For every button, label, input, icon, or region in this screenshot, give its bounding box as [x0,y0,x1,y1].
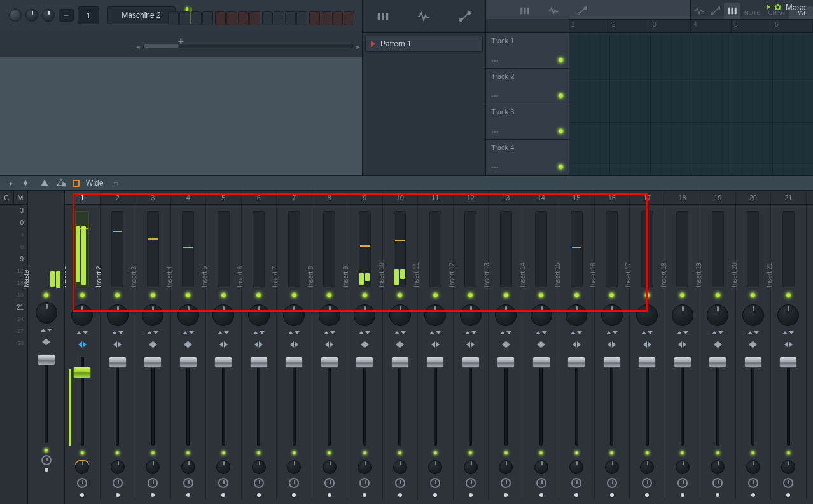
track-header[interactable]: Track 4••• [486,140,569,175]
stereo-sep[interactable] [242,341,277,350]
fx-slot-icon[interactable] [536,478,546,488]
picker-audio-icon[interactable] [417,10,431,24]
pan-knob[interactable] [283,304,305,326]
fader[interactable] [700,354,735,449]
mute-led[interactable] [150,292,156,298]
dock-dot[interactable] [681,493,684,497]
pan-knob[interactable] [142,304,163,326]
fx-slot-icon[interactable] [359,478,370,488]
playlist-ruler[interactable]: 123456 [569,19,813,33]
track-grid[interactable] [569,33,813,175]
layout-toggle-icon[interactable]: ⇆ [113,180,118,187]
pan-knob[interactable] [424,304,446,326]
pan-knob[interactable] [566,304,587,326]
stereo-sep[interactable] [277,341,312,350]
meter[interactable]: Insert 18 [665,205,700,290]
pan-knob[interactable] [36,302,57,324]
stereo-sep[interactable] [559,341,594,350]
meter[interactable]: Insert 15 [559,205,594,290]
pan-knob[interactable] [495,304,517,326]
dock-dot[interactable] [469,493,473,497]
meter[interactable]: Insert 1 [65,205,100,290]
fx-toggle[interactable] [171,331,206,339]
send-enable-led[interactable] [221,451,226,455]
channel-vol-knob[interactable] [42,9,55,22]
send-knob[interactable] [605,460,619,474]
meter[interactable]: Insert 3 [136,205,170,290]
pan-knob[interactable] [319,304,340,326]
fader[interactable] [418,354,453,449]
meter[interactable]: Insert 12 [454,205,489,290]
track-number[interactable]: 10 [383,191,419,204]
fx-toggle[interactable] [277,331,312,339]
master-fader[interactable] [28,351,64,447]
fader[interactable] [736,354,771,449]
send-enable-led[interactable] [468,451,473,455]
dock-dot[interactable] [574,493,578,497]
track-number[interactable]: 14 [524,191,560,204]
track-header[interactable]: Track 1••• [486,33,569,69]
send-enable-led[interactable] [751,451,755,455]
fader[interactable] [454,354,489,449]
stereo-sep[interactable] [700,341,735,350]
fx-toggle[interactable] [312,331,347,339]
fader[interactable] [630,354,665,449]
track-number[interactable]: 13 [489,191,524,204]
fader[interactable] [771,354,806,449]
fx-toggle[interactable] [65,331,100,339]
fx-slot-icon[interactable] [289,478,299,488]
playlist-tab-pattern-icon[interactable] [510,3,539,19]
send-enable-led[interactable] [574,451,579,455]
send-knob[interactable] [393,460,407,474]
send-enable-led[interactable] [716,451,720,455]
fx-slot-icon[interactable] [501,478,511,488]
fx-slot-icon[interactable] [41,455,52,465]
meter[interactable]: Insert 10 [383,205,418,290]
fx-toggle[interactable] [101,331,136,339]
stereo-sep[interactable] [65,341,100,350]
fx-slot-icon[interactable] [466,478,476,488]
fader[interactable] [277,354,312,449]
play-icon[interactable] [767,4,770,10]
mute-led[interactable] [786,292,791,298]
fx-slot-icon[interactable] [254,478,264,488]
send-knob[interactable] [676,460,690,474]
pan-knob[interactable] [531,304,552,326]
pan-knob[interactable] [177,304,199,326]
mute-led[interactable] [644,292,650,298]
dock-dot[interactable] [80,493,84,497]
stereo-sep[interactable] [171,341,206,350]
channel-pan-knob[interactable] [25,9,38,22]
track-number[interactable]: 8 [312,191,348,204]
mode-automation-icon[interactable] [707,3,724,19]
fx-slot-icon[interactable] [77,478,87,488]
picker-pattern-icon[interactable] [376,10,390,24]
meter[interactable]: Insert 7 [277,205,312,290]
send-knob[interactable] [181,460,195,474]
track-number[interactable]: 20 [736,191,772,204]
send-knob[interactable] [252,460,266,474]
send-enable-led[interactable] [433,451,438,455]
send-enable-led[interactable] [504,451,508,455]
mute-led[interactable] [291,292,297,298]
send-enable-led[interactable] [115,451,120,455]
dock-dot[interactable] [539,493,543,497]
track-number[interactable]: 9 [347,191,383,204]
track-number[interactable]: 15 [559,191,595,204]
fader[interactable] [136,354,170,449]
fx-slot-icon[interactable] [430,478,440,488]
fx-slot-icon[interactable] [571,478,581,488]
picker-automation-icon[interactable] [458,10,472,24]
fader[interactable] [347,354,382,449]
track-number[interactable]: 1 [65,191,101,204]
mode-pattern-icon[interactable] [724,3,740,19]
fader[interactable] [206,354,241,449]
pan-knob[interactable] [742,304,764,326]
stereo-sep[interactable] [383,341,418,350]
dock-dot[interactable] [151,493,155,497]
meter[interactable]: Insert 11 [418,205,453,290]
track-number[interactable]: 11 [418,191,454,204]
stereo-sep[interactable] [206,341,241,350]
step-sequencer[interactable] [168,11,356,25]
meter[interactable]: Insert 20 [736,205,771,290]
